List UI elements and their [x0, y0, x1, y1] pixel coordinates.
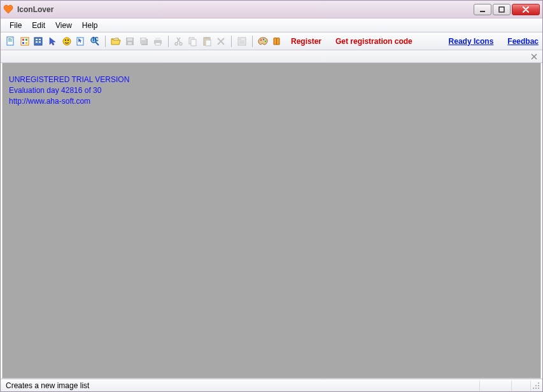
- status-bar: Creates a new image list: [1, 379, 542, 391]
- svg-rect-25: [128, 42, 132, 45]
- trial-url[interactable]: http://www.aha-soft.com: [9, 96, 129, 107]
- status-pane-2: [448, 381, 480, 391]
- svg-rect-42: [239, 43, 244, 43]
- palette-icon[interactable]: [257, 35, 269, 48]
- svg-rect-9: [22, 42, 24, 44]
- svg-rect-6: [21, 38, 29, 45]
- status-pane-4: [512, 381, 531, 391]
- properties-icon: [236, 35, 248, 48]
- delete-icon: [215, 35, 227, 48]
- svg-rect-41: [239, 41, 244, 41]
- svg-rect-38: [206, 40, 211, 46]
- new-cursor-icon[interactable]: [46, 35, 59, 48]
- svg-rect-8: [25, 39, 27, 41]
- svg-rect-15: [39, 41, 41, 43]
- tab-strip: [1, 50, 542, 63]
- maximize-button[interactable]: [493, 4, 511, 15]
- svg-point-45: [265, 40, 266, 41]
- svg-point-49: [538, 385, 539, 386]
- svg-point-44: [263, 38, 264, 39]
- svg-point-50: [533, 388, 534, 389]
- svg-rect-5: [8, 41, 12, 41]
- menu-edit[interactable]: Edit: [27, 20, 50, 31]
- svg-rect-4: [8, 39, 12, 40]
- svg-rect-30: [155, 38, 160, 40]
- svg-rect-1: [499, 7, 504, 12]
- svg-rect-12: [36, 39, 38, 40]
- svg-point-32: [175, 43, 178, 45]
- search-icon[interactable]: ic: [88, 35, 101, 48]
- new-ani-icon[interactable]: [74, 35, 87, 48]
- resize-grip-icon[interactable]: [531, 382, 540, 389]
- menu-view[interactable]: View: [50, 20, 77, 31]
- trial-line2: Evaluation day 42816 of 30: [9, 85, 129, 96]
- svg-rect-35: [191, 39, 196, 46]
- svg-rect-14: [36, 41, 38, 43]
- new-image-list-icon[interactable]: [4, 35, 17, 48]
- svg-point-52: [538, 388, 539, 389]
- minimize-button[interactable]: [474, 4, 491, 15]
- svg-point-47: [538, 382, 539, 384]
- svg-rect-13: [39, 39, 41, 40]
- svg-point-33: [180, 43, 182, 45]
- svg-point-51: [535, 388, 537, 389]
- ready-icons-link[interactable]: Ready Icons: [442, 37, 500, 46]
- workspace: UNREGISTERED TRIAL VERSION Evaluation da…: [2, 63, 541, 379]
- svg-text:ic: ic: [92, 36, 99, 43]
- trial-line1: UNREGISTERED TRIAL VERSION: [9, 74, 129, 85]
- toolbar: ic: [1, 32, 542, 50]
- new-gif-icon[interactable]: [60, 35, 73, 48]
- svg-rect-37: [205, 37, 209, 39]
- status-text: Creates a new image list: [3, 381, 448, 391]
- svg-rect-24: [127, 38, 132, 41]
- window-title: IconLover: [17, 5, 53, 14]
- svg-rect-11: [34, 38, 42, 45]
- menu-help[interactable]: Help: [77, 20, 103, 31]
- svg-rect-28: [141, 38, 145, 40]
- copy-icon: [187, 35, 199, 48]
- new-library-icon[interactable]: [32, 35, 45, 48]
- svg-rect-31: [155, 43, 160, 45]
- app-window: IconLover File Edit View Help: [0, 0, 543, 392]
- svg-rect-40: [239, 39, 241, 39]
- tab-close-icon[interactable]: [530, 52, 539, 61]
- trial-notice: UNREGISTERED TRIAL VERSION Evaluation da…: [9, 74, 129, 106]
- save-all-icon: [138, 35, 150, 48]
- register-link[interactable]: Register: [285, 37, 328, 46]
- get-code-link[interactable]: Get registration code: [329, 37, 419, 46]
- open-icon[interactable]: [109, 35, 122, 48]
- svg-rect-7: [22, 39, 24, 41]
- save-icon: [123, 35, 136, 48]
- svg-point-17: [65, 39, 66, 41]
- svg-point-43: [260, 39, 262, 40]
- paste-icon: [201, 35, 213, 48]
- menu-bar: File Edit View Help: [1, 18, 542, 32]
- title-bar: IconLover: [1, 1, 542, 18]
- print-icon: [152, 35, 164, 48]
- svg-rect-3: [8, 38, 11, 39]
- menu-file[interactable]: File: [4, 20, 27, 31]
- new-icon-icon[interactable]: [18, 35, 31, 48]
- svg-point-48: [535, 385, 537, 386]
- help-book-icon[interactable]: [271, 35, 283, 48]
- svg-rect-10: [25, 42, 27, 44]
- close-button[interactable]: [512, 4, 540, 15]
- app-icon: [3, 4, 13, 15]
- svg-point-18: [67, 39, 69, 41]
- cut-icon: [173, 35, 185, 48]
- svg-point-16: [63, 38, 71, 45]
- svg-rect-0: [480, 11, 485, 12]
- feedback-link[interactable]: Feedbac: [501, 37, 539, 46]
- status-pane-3: [480, 381, 512, 391]
